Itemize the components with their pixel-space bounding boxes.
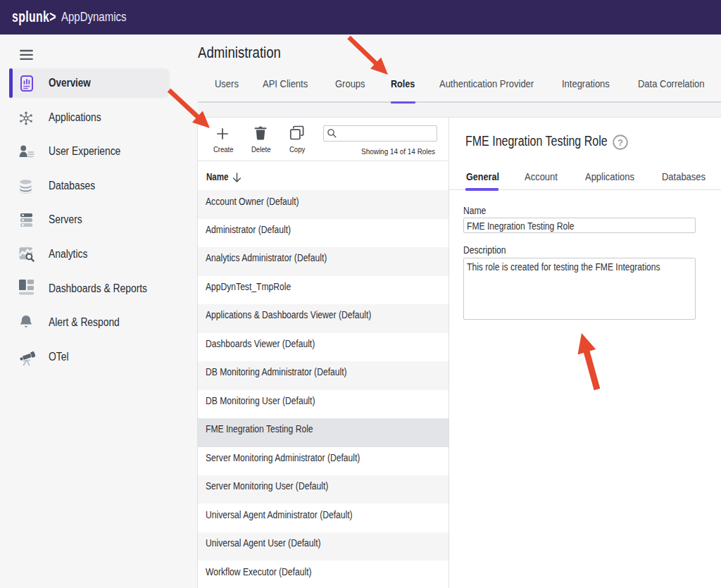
svg-text:?: ?: [617, 137, 623, 147]
